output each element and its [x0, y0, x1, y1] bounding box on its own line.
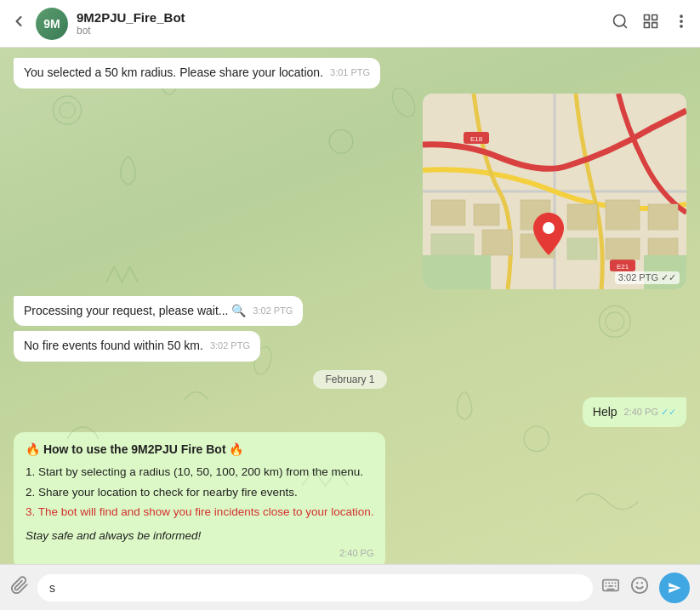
svg-text:E21: E21 [617, 263, 629, 271]
search-icon[interactable] [612, 13, 629, 34]
message-row-1: You selected a 50 km radius. Please shar… [14, 58, 686, 88]
help-out-text: Help [593, 405, 617, 419]
svg-rect-26 [474, 204, 499, 225]
bubble-time-3: 3:02 PTG [253, 305, 293, 317]
svg-point-8 [680, 26, 682, 27]
help-time: 2:40 PG [339, 546, 373, 561]
svg-text:E18: E18 [470, 135, 483, 143]
svg-rect-34 [567, 238, 597, 259]
help-out-time: 2:40 PG ✓✓ [624, 406, 676, 419]
bubble-time-4: 3:02 PTG [210, 339, 250, 352]
help-step-3: 3. The bot will find and show you fire i… [26, 504, 373, 521]
input-field-wrapper[interactable] [37, 574, 593, 601]
back-button[interactable] [10, 13, 27, 34]
help-footer: Stay safe and always be informed! [26, 527, 373, 544]
svg-point-40 [543, 222, 555, 234]
help-step-2: 2. Share your location to check for near… [26, 484, 373, 501]
svg-rect-35 [606, 238, 640, 259]
svg-rect-25 [431, 200, 465, 225]
message-row-help-out: Help 2:40 PG ✓✓ [14, 397, 686, 428]
input-bar [0, 564, 700, 610]
map-image: E18 E21 [423, 94, 686, 289]
svg-point-50 [632, 578, 647, 593]
attach-icon[interactable] [10, 576, 29, 599]
svg-rect-2 [645, 15, 650, 20]
message-input[interactable] [49, 581, 581, 595]
svg-rect-4 [652, 23, 657, 28]
keyboard-icon[interactable] [601, 576, 620, 599]
help-title: 🔥 How to use the 9M2PJU Fire Bot 🔥 [26, 441, 373, 459]
svg-rect-5 [645, 23, 650, 28]
svg-rect-3 [652, 15, 657, 20]
layout-icon[interactable] [642, 13, 659, 34]
bubble-3: Processing your request, please wait... … [14, 296, 303, 327]
svg-point-6 [680, 15, 682, 17]
chat-area: You selected a 50 km radius. Please shar… [0, 48, 700, 564]
svg-rect-37 [423, 255, 491, 289]
message-row-map: E18 E21 [14, 94, 686, 289]
bubble-4: No fire events found within 50 km. 3:02 … [14, 331, 260, 362]
svg-rect-33 [648, 204, 678, 230]
header-actions [612, 13, 690, 34]
chat-title: 9M2PJU_Fire_Bot [77, 10, 612, 25]
svg-rect-32 [606, 200, 640, 230]
message-row-help-in: 🔥 How to use the 9M2PJU Fire Bot 🔥 1. St… [14, 432, 686, 564]
date-label: February 1 [313, 370, 386, 389]
svg-point-7 [680, 20, 682, 22]
date-separator: February 1 [14, 370, 686, 389]
bubble-1: You selected a 50 km radius. Please shar… [14, 58, 380, 88]
avatar: 9M [36, 8, 68, 40]
svg-rect-28 [431, 234, 474, 255]
bubble-help-out: Help 2:40 PG ✓✓ [583, 397, 686, 428]
bubble-text-4: No fire events found within 50 km. [24, 339, 203, 352]
bubble-text-1: You selected a 50 km radius. Please shar… [24, 66, 323, 79]
message-row-4: No fire events found within 50 km. 3:02 … [14, 331, 686, 362]
send-button[interactable] [659, 573, 690, 603]
help-step-1: 1. Start by selecting a radius (10, 50, … [26, 464, 373, 481]
chat-subtitle: bot [77, 25, 612, 37]
message-row-3: Processing your request, please wait... … [14, 296, 686, 327]
svg-rect-29 [482, 230, 512, 255]
emoji-icon[interactable] [630, 576, 649, 599]
input-actions [601, 573, 690, 603]
bubble-text-3: Processing your request, please wait... … [24, 304, 246, 317]
bubble-time-1: 3:01 PTG [330, 66, 370, 79]
map-time: 3:02 PTG ✓✓ [615, 271, 680, 284]
svg-line-1 [623, 25, 627, 28]
map-bubble[interactable]: E18 E21 [423, 94, 686, 289]
more-icon[interactable] [673, 13, 690, 34]
help-bubble: 🔥 How to use the 9M2PJU Fire Bot 🔥 1. St… [14, 432, 385, 564]
header-info: 9M2PJU_Fire_Bot bot [77, 10, 612, 37]
chat-header: 9M 9M2PJU_Fire_Bot bot [0, 0, 700, 48]
svg-rect-31 [567, 204, 597, 230]
